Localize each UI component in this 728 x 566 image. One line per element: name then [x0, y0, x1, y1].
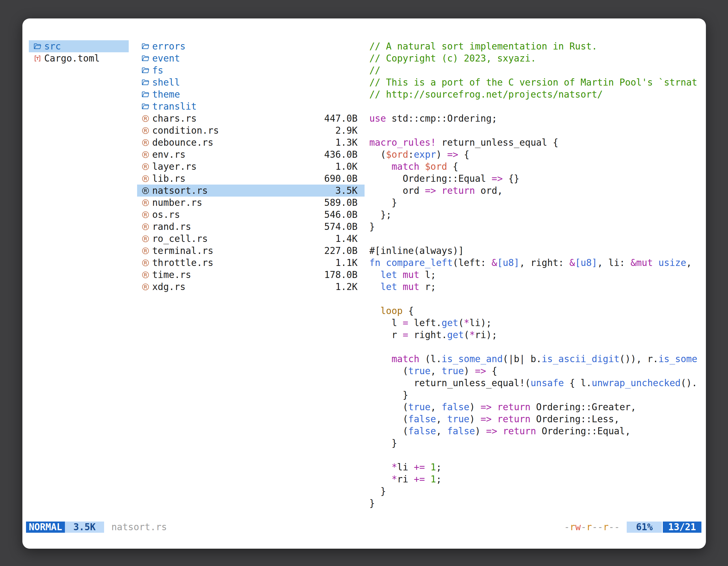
rust-file-icon	[142, 211, 149, 219]
file-size: 574.0B	[324, 221, 358, 233]
code-line: ord => return ord,	[369, 185, 705, 197]
file-row[interactable]: chars.rs447.0B	[137, 112, 365, 125]
code-line: //	[369, 64, 705, 76]
code-line	[369, 293, 705, 305]
file-name: layer.rs	[152, 161, 197, 173]
code-line: (true, false) => return Ordering::Greate…	[369, 401, 705, 413]
file-row[interactable]: os.rs546.0B	[137, 209, 365, 221]
folder-icon	[142, 67, 149, 74]
file-name: src	[44, 40, 61, 52]
rust-file-icon	[142, 187, 149, 195]
code-line	[369, 100, 705, 112]
file-name: errors	[152, 40, 185, 52]
code-line: match $ord {	[369, 161, 705, 173]
code-line: let mut r;	[369, 281, 705, 293]
file-name: condition.rs	[152, 125, 219, 137]
file-row[interactable]: layer.rs1.0K	[137, 161, 365, 173]
file-size: 1.3K	[335, 137, 358, 149]
file-row[interactable]: fs	[137, 64, 365, 76]
parent-item-row[interactable]: Cargo.toml	[29, 52, 129, 64]
code-line: // Copyright (c) 2023, sxyazi.	[369, 52, 705, 64]
file-name: chars.rs	[152, 112, 197, 125]
status-filename: natsort.rs	[111, 522, 167, 533]
file-row[interactable]: event	[137, 52, 365, 64]
file-row[interactable]: time.rs178.0B	[137, 269, 365, 281]
code-line: }	[369, 497, 705, 509]
code-line: }	[369, 485, 705, 497]
rust-file-icon	[142, 115, 149, 123]
file-name: debounce.rs	[152, 137, 213, 149]
folder-icon	[142, 79, 149, 86]
code-line: *li += 1;	[369, 461, 705, 473]
code-line: // http://sourcefrog.net/projects/natsor…	[369, 88, 705, 100]
folder-icon	[142, 103, 149, 111]
rust-file-icon	[142, 271, 149, 279]
file-name: throttle.rs	[152, 257, 213, 269]
rust-file-icon	[142, 199, 149, 207]
file-name: theme	[152, 88, 180, 100]
code-line: (false, false) => return Ordering::Equal…	[369, 425, 705, 437]
file-row[interactable]: theme	[137, 88, 365, 100]
file-name: number.rs	[152, 197, 202, 209]
code-line: use std::cmp::Ordering;	[369, 112, 705, 125]
file-row[interactable]: debounce.rs1.3K	[137, 137, 365, 149]
file-row[interactable]: number.rs589.0B	[137, 197, 365, 209]
mode-badge: NORMAL	[26, 522, 65, 533]
file-row[interactable]: rand.rs574.0B	[137, 221, 365, 233]
folder-icon	[142, 43, 149, 50]
code-line: // This is a port of the C version of Ma…	[369, 76, 705, 88]
file-size: 1.4K	[335, 233, 358, 245]
status-bar: NORMAL 3.5K natsort.rs -rw-r--r-- 61% 13…	[26, 522, 701, 533]
code-line: Ordering::Equal => {}	[369, 173, 705, 185]
code-line: // A natural sort implementation in Rust…	[369, 40, 705, 52]
file-size: 589.0B	[324, 197, 358, 209]
parent-pane: srcCargo.toml	[29, 40, 129, 64]
code-line: (false, true) => return Ordering::Less,	[369, 413, 705, 425]
file-size: 1.2K	[335, 281, 358, 293]
folder-icon	[142, 55, 149, 62]
scroll-percent-badge: 61%	[627, 522, 662, 533]
file-size: 178.0B	[324, 269, 358, 281]
file-row[interactable]: terminal.rs227.0B	[137, 245, 365, 257]
current-pane: errorseventfsshellthemetranslitchars.rs4…	[137, 40, 365, 293]
file-row[interactable]: throttle.rs1.1K	[137, 257, 365, 269]
file-name: translit	[152, 100, 197, 112]
yazi-window: srcCargo.toml errorseventfsshellthemetra…	[22, 18, 706, 549]
code-line: macro_rules! return_unless_equal {	[369, 137, 705, 149]
code-line: match (l.is_some_and(|b| b.is_ascii_digi…	[369, 353, 705, 365]
file-row[interactable]: errors	[137, 40, 365, 52]
cursor-position-badge: 13/21	[663, 522, 701, 533]
file-row[interactable]: lib.rs690.0B	[137, 173, 365, 185]
file-size: 436.0B	[324, 149, 358, 161]
rust-file-icon	[142, 259, 149, 267]
code-line: r = right.get(*ri);	[369, 329, 705, 341]
file-name: event	[152, 52, 180, 64]
parent-item-row[interactable]: src	[29, 40, 129, 52]
file-name: Cargo.toml	[44, 52, 100, 64]
file-row[interactable]: env.rs436.0B	[137, 149, 365, 161]
code-line: (true, true) => {	[369, 365, 705, 377]
file-row[interactable]: xdg.rs1.2K	[137, 281, 365, 293]
file-row[interactable]: ro_cell.rs1.4K	[137, 233, 365, 245]
file-name: xdg.rs	[152, 281, 185, 293]
file-name: fs	[152, 64, 163, 76]
file-name: os.rs	[152, 209, 180, 221]
file-size-badge: 3.5K	[65, 522, 104, 533]
file-row[interactable]: translit	[137, 100, 365, 112]
code-line: }	[369, 197, 705, 209]
rust-file-icon	[142, 139, 149, 147]
file-row[interactable]: natsort.rs3.5K	[137, 185, 365, 197]
file-row[interactable]: shell	[137, 76, 365, 88]
rust-file-icon	[142, 163, 149, 171]
file-size: 546.0B	[324, 209, 358, 221]
file-size: 1.0K	[335, 161, 358, 173]
file-size: 2.9K	[335, 125, 358, 137]
code-line: }	[369, 437, 705, 449]
code-line: return_unless_equal!(unsafe { l.unwrap_u…	[369, 377, 705, 389]
file-row[interactable]: condition.rs2.9K	[137, 125, 365, 137]
file-name: rand.rs	[152, 221, 191, 233]
toml-file-icon	[34, 55, 41, 62]
code-line: }	[369, 221, 705, 233]
file-name: shell	[152, 76, 180, 88]
rust-file-icon	[142, 175, 149, 183]
